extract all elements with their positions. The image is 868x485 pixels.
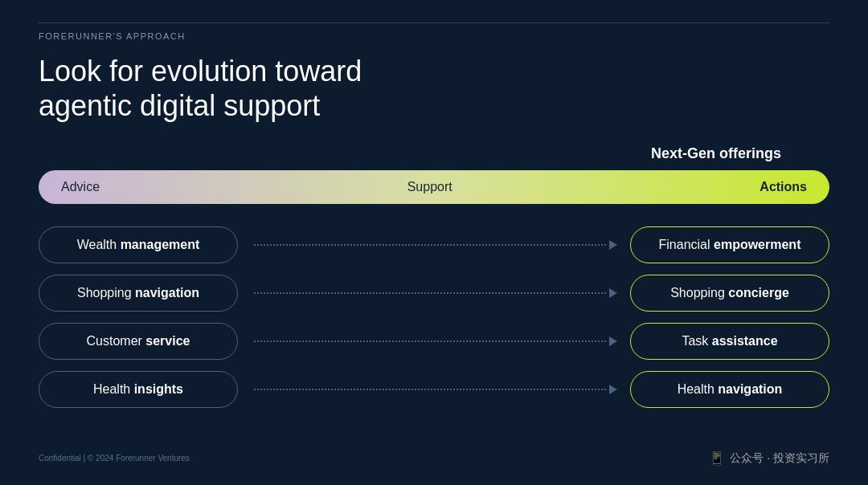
right-pill-task: Task assistance bbox=[630, 323, 829, 360]
rows-container: Wealth management Financial empowerment … bbox=[39, 226, 829, 408]
table-row: Customer service Task assistance bbox=[39, 323, 829, 360]
arrow-head-2 bbox=[609, 288, 617, 298]
arrow-head-3 bbox=[609, 336, 617, 346]
bar-label-actions: Actions bbox=[760, 180, 807, 194]
slide: FORERUNNER'S APPROACH Look for evolution… bbox=[0, 0, 868, 485]
left-pill-shopping: Shopping navigation bbox=[39, 275, 238, 312]
bar-label-support: Support bbox=[407, 180, 452, 194]
footer-left: Confidential | © 2024 Forerunner Venture… bbox=[39, 454, 190, 463]
table-row: Health insights Health navigation bbox=[39, 371, 829, 408]
content-area: Next-Gen offerings Advice Support Action… bbox=[39, 145, 829, 466]
arrow-line-1 bbox=[238, 240, 630, 250]
footer-wechat-text: 公众号 · 投资实习所 bbox=[730, 451, 829, 466]
dotted-line-3 bbox=[254, 340, 606, 342]
dotted-line-4 bbox=[254, 389, 606, 390]
table-row: Shopping navigation Shopping concierge bbox=[39, 275, 829, 312]
left-pill-customer-text: Customer service bbox=[87, 334, 190, 348]
left-pill-customer: Customer service bbox=[39, 323, 238, 360]
arrow-head-4 bbox=[609, 385, 617, 394]
right-pill-shopping-concierge-text: Shopping concierge bbox=[670, 286, 789, 300]
left-pill-wealth-text: Wealth management bbox=[77, 238, 200, 252]
top-label: FORERUNNER'S APPROACH bbox=[39, 22, 829, 41]
dotted-line-2 bbox=[254, 292, 606, 294]
main-title: Look for evolution toward agentic digita… bbox=[39, 54, 829, 123]
dotted-line-1 bbox=[254, 244, 606, 246]
arrow-line-4 bbox=[238, 385, 630, 394]
right-pill-health-nav-text: Health navigation bbox=[678, 382, 783, 397]
arrow-head-1 bbox=[609, 240, 617, 250]
footer-right: 📱 公众号 · 投资实习所 bbox=[709, 450, 829, 466]
right-pill-health-nav: Health navigation bbox=[630, 371, 829, 408]
arrow-line-2 bbox=[238, 288, 630, 298]
gradient-bar: Advice Support Actions bbox=[39, 170, 829, 204]
left-pill-shopping-text: Shopping navigation bbox=[77, 286, 199, 300]
footer: Confidential | © 2024 Forerunner Venture… bbox=[39, 444, 829, 466]
right-pill-financial: Financial empowerment bbox=[630, 226, 829, 263]
right-pill-task-text: Task assistance bbox=[682, 334, 777, 348]
bar-label-advice: Advice bbox=[61, 180, 100, 194]
right-pill-shopping-concierge: Shopping concierge bbox=[630, 275, 829, 312]
wechat-icon: 📱 bbox=[709, 450, 725, 466]
arrow-line-3 bbox=[238, 336, 630, 346]
gradient-bar-container: Advice Support Actions bbox=[39, 170, 829, 204]
right-pill-financial-text: Financial empowerment bbox=[659, 238, 801, 252]
table-row: Wealth management Financial empowerment bbox=[39, 226, 829, 263]
left-pill-health: Health insights bbox=[39, 371, 238, 408]
left-pill-wealth: Wealth management bbox=[39, 226, 238, 263]
left-pill-health-text: Health insights bbox=[93, 382, 183, 397]
next-gen-label: Next-Gen offerings bbox=[39, 145, 829, 162]
